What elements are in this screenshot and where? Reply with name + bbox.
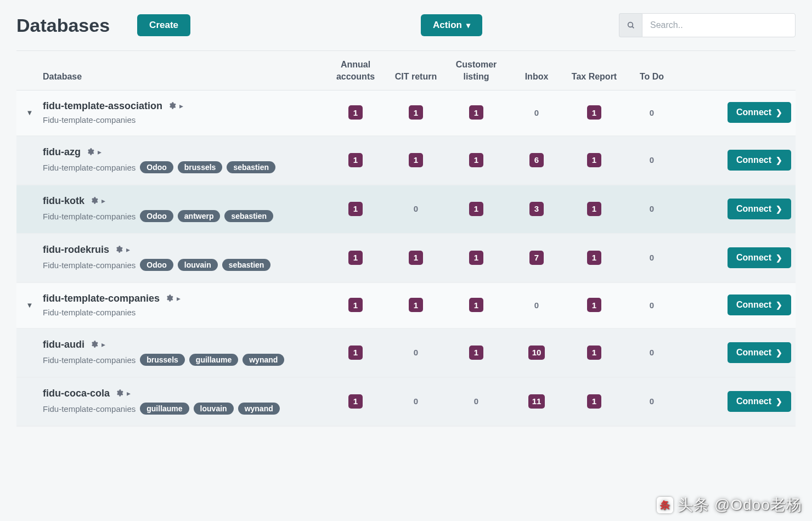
count-badge[interactable]: 1 bbox=[348, 251, 363, 265]
count-plain[interactable]: 0 bbox=[534, 108, 539, 117]
gear-icon[interactable] bbox=[168, 101, 176, 111]
count-plain[interactable]: 0 bbox=[650, 204, 654, 213]
database-name[interactable]: fidu-rodekruis bbox=[43, 244, 109, 256]
action-dropdown-button[interactable]: Action ▾ bbox=[421, 14, 482, 36]
count-badge[interactable]: 1 bbox=[348, 105, 363, 120]
count-badge[interactable]: 6 bbox=[529, 153, 544, 167]
count-badge[interactable]: 10 bbox=[528, 346, 545, 360]
count-badge[interactable]: 1 bbox=[348, 202, 363, 216]
count-badge[interactable]: 1 bbox=[587, 105, 601, 120]
count-badge[interactable]: 1 bbox=[469, 202, 483, 216]
count-badge[interactable]: 1 bbox=[469, 346, 483, 360]
gear-icon[interactable] bbox=[90, 340, 98, 350]
caret-right-icon[interactable]: ▸ bbox=[101, 340, 105, 350]
gear-icon[interactable] bbox=[115, 245, 123, 255]
count-badge[interactable]: 1 bbox=[469, 251, 483, 265]
database-name[interactable]: fidu-coca-cola bbox=[43, 388, 110, 399]
connect-button[interactable]: Connect❯ bbox=[728, 102, 791, 123]
connect-button[interactable]: Connect❯ bbox=[728, 247, 791, 268]
table-row[interactable]: ▼fidu-template-association▸Fidu-template… bbox=[16, 90, 796, 137]
tag[interactable]: guillaume bbox=[140, 403, 189, 415]
count-plain[interactable]: 0 bbox=[650, 397, 654, 406]
th-annual-accounts[interactable]: Annual accounts bbox=[323, 59, 388, 82]
count-badge[interactable]: 7 bbox=[529, 251, 544, 265]
count-badge[interactable]: 1 bbox=[587, 394, 601, 409]
count-badge[interactable]: 1 bbox=[587, 298, 601, 312]
tag[interactable]: sebastien bbox=[224, 210, 273, 222]
th-cit-return[interactable]: CIT return bbox=[388, 71, 443, 83]
tag[interactable]: brussels bbox=[140, 354, 185, 366]
connect-button[interactable]: Connect❯ bbox=[728, 342, 791, 363]
database-name[interactable]: fidu-template-association bbox=[43, 100, 162, 112]
table-row[interactable]: fidu-coca-cola▸Fidu-template-companiesgu… bbox=[16, 378, 796, 427]
count-badge[interactable]: 1 bbox=[469, 105, 483, 120]
count-badge[interactable]: 1 bbox=[409, 298, 423, 312]
table-row[interactable]: ▼fidu-template-companies▸Fidu-template-c… bbox=[16, 283, 796, 329]
database-name[interactable]: fidu-audi bbox=[43, 339, 84, 350]
connect-button[interactable]: Connect❯ bbox=[728, 295, 791, 315]
count-badge[interactable]: 1 bbox=[587, 153, 601, 167]
count-plain[interactable]: 0 bbox=[534, 301, 539, 310]
count-plain[interactable]: 0 bbox=[414, 348, 418, 357]
database-name[interactable]: fidu-azg bbox=[43, 146, 81, 158]
tag[interactable]: wynand bbox=[243, 354, 284, 366]
connect-button[interactable]: Connect❯ bbox=[728, 199, 791, 219]
th-customer-listing[interactable]: Customer listing bbox=[443, 59, 509, 82]
count-badge[interactable]: 11 bbox=[528, 394, 545, 409]
count-plain[interactable]: 0 bbox=[650, 108, 654, 117]
caret-right-icon[interactable]: ▸ bbox=[127, 389, 131, 399]
count-badge[interactable]: 1 bbox=[348, 394, 363, 409]
th-to-do[interactable]: To Do bbox=[624, 71, 679, 83]
connect-button[interactable]: Connect❯ bbox=[728, 391, 791, 412]
create-button[interactable]: Create bbox=[137, 14, 190, 36]
count-plain[interactable]: 0 bbox=[650, 253, 654, 262]
gear-icon[interactable] bbox=[115, 389, 123, 399]
count-plain[interactable]: 0 bbox=[650, 348, 654, 357]
tag[interactable]: antwerp bbox=[178, 210, 221, 222]
count-badge[interactable]: 3 bbox=[529, 202, 544, 216]
count-badge[interactable]: 1 bbox=[587, 251, 601, 265]
search-input[interactable] bbox=[642, 13, 796, 37]
caret-right-icon[interactable]: ▸ bbox=[179, 101, 183, 111]
tag[interactable]: Odoo bbox=[140, 161, 173, 173]
tag[interactable]: louvain bbox=[178, 259, 218, 271]
count-badge[interactable]: 1 bbox=[409, 105, 423, 120]
table-row[interactable]: fidu-audi▸Fidu-template-companiesbrussel… bbox=[16, 329, 796, 378]
table-row[interactable]: fidu-azg▸Fidu-template-companiesOdoobrus… bbox=[16, 137, 796, 185]
tag[interactable]: guillaume bbox=[189, 354, 238, 366]
tag[interactable]: wynand bbox=[238, 403, 280, 415]
table-row[interactable]: fidu-rodekruis▸Fidu-template-companiesOd… bbox=[16, 234, 796, 283]
caret-right-icon[interactable]: ▸ bbox=[126, 245, 130, 255]
tag[interactable]: brussels bbox=[178, 161, 223, 173]
connect-button[interactable]: Connect❯ bbox=[728, 150, 791, 171]
count-plain[interactable]: 0 bbox=[414, 204, 418, 213]
count-badge[interactable]: 1 bbox=[348, 298, 363, 312]
database-name[interactable]: fidu-kotk bbox=[43, 195, 84, 207]
gear-icon[interactable] bbox=[86, 148, 94, 157]
tag[interactable]: sebastien bbox=[227, 161, 275, 173]
count-plain[interactable]: 0 bbox=[650, 155, 654, 165]
expand-caret[interactable]: ▼ bbox=[16, 109, 43, 117]
table-row[interactable]: fidu-kotk▸Fidu-template-companiesOdooant… bbox=[16, 185, 796, 234]
count-badge[interactable]: 1 bbox=[469, 153, 483, 167]
count-badge[interactable]: 1 bbox=[348, 153, 363, 167]
count-plain[interactable]: 0 bbox=[650, 301, 654, 310]
count-badge[interactable]: 1 bbox=[409, 153, 423, 167]
th-inbox[interactable]: Inbox bbox=[509, 71, 564, 83]
count-badge[interactable]: 1 bbox=[587, 346, 601, 360]
count-badge[interactable]: 1 bbox=[409, 251, 423, 265]
expand-caret[interactable]: ▼ bbox=[16, 301, 43, 309]
caret-right-icon[interactable]: ▸ bbox=[98, 148, 101, 157]
count-plain[interactable]: 0 bbox=[474, 397, 478, 406]
count-badge[interactable]: 1 bbox=[348, 346, 363, 360]
tag[interactable]: sebastien bbox=[222, 259, 271, 271]
th-tax-report[interactable]: Tax Report bbox=[564, 71, 624, 83]
search-icon[interactable] bbox=[619, 13, 642, 37]
database-name[interactable]: fidu-template-companies bbox=[43, 293, 160, 304]
count-badge[interactable]: 1 bbox=[469, 298, 483, 312]
caret-right-icon[interactable]: ▸ bbox=[101, 196, 105, 206]
count-badge[interactable]: 1 bbox=[587, 202, 601, 216]
count-plain[interactable]: 0 bbox=[414, 397, 418, 406]
gear-icon[interactable] bbox=[90, 196, 98, 206]
tag[interactable]: louvain bbox=[194, 403, 234, 415]
